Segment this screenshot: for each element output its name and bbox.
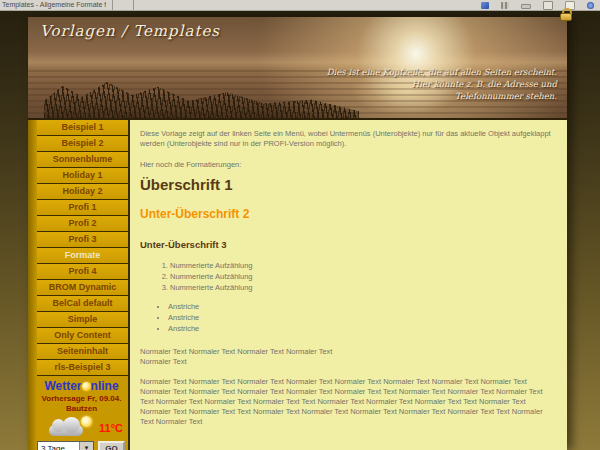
forecast-range-select[interactable]: 3 Tage ▼ [37,441,94,450]
list-item: Nummerierte Aufzählung [170,283,557,293]
lock-body [560,13,572,21]
site-header-image: Vorlagen / Templates Dies ist eine Kopfz… [28,17,567,118]
help-icon[interactable] [587,2,594,9]
sidebar-item-formate[interactable]: Formate [37,248,128,264]
list-item: Anstriche [168,324,557,334]
sidebar-item-profi-1[interactable]: Profi 1 [37,200,128,216]
tab-separator [133,0,134,10]
sidebar-item-brom-dynamic[interactable]: BROM Dynamic [37,280,128,296]
logo-text-prefix: Wetter [44,379,81,393]
cloud-icon [49,425,83,436]
formats-label: Hier noch die Formatierungen: [140,160,557,170]
weather-controls: 3 Tage ▼ GO [37,441,126,450]
sidebar-item-rls-beispiel-3[interactable]: rls-Beispiel 3 [37,360,128,376]
list-item: Nummerierte Aufzählung [170,272,557,282]
bullet-list: Anstriche Anstriche Anstriche [140,302,557,334]
sidebar-item-beispiel-2[interactable]: Beispiel 2 [37,136,128,152]
sidebar-item-simple[interactable]: Simple [37,312,128,328]
sidebar-item-only-content[interactable]: Only Content [37,328,128,344]
go-button[interactable]: GO [98,441,125,450]
weather-condition-row: 11°C [37,415,126,438]
forecast-date: Vorhersage Fr, 09.04. [37,394,126,403]
lock-icon [559,8,573,21]
normal-text-long: Normaler Text Normaler Text Normaler Tex… [140,377,557,427]
sidebar-item-beispiel-1[interactable]: Beispiel 1 [37,120,128,136]
sidebar-item-profi-3[interactable]: Profi 3 [37,232,128,248]
forecast-location: Bautzen [37,404,126,413]
sidebar-item-seiteninhalt[interactable]: Seiteninhalt [37,344,128,360]
sidebar-item-sonnenblume[interactable]: Sonnenblume [37,152,128,168]
heading-1: Überschrift 1 [140,180,557,190]
browser-tab-title[interactable]: Templates - Allgemeine Formate für Texte… [2,1,106,9]
normal-text-line: Normaler Text [140,357,187,366]
numbered-list: Nummerierte Aufzählung Nummerierte Aufzä… [140,261,557,293]
list-item: Anstriche [168,313,557,323]
sidebar-item-holiday-1[interactable]: Holiday 1 [37,168,128,184]
tab-separator [112,0,113,10]
sidebar-item-profi-4[interactable]: Profi 4 [37,264,128,280]
sidebar-menu: Beispiel 1 Beispiel 2 Sonnenblume Holida… [37,120,128,376]
minimize-icon[interactable] [521,4,531,9]
list-item: Nummerierte Aufzählung [170,261,557,271]
site-title: Vorlagen / Templates [40,22,220,40]
sidebar-item-profi-2[interactable]: Profi 2 [37,216,128,232]
browser-tab-bar: Templates - Allgemeine Formate für Texte… [0,0,600,11]
grid-icon[interactable] [501,2,509,9]
tagline-line: Dies ist eine Kopfzeile, die auf allen S… [327,66,557,78]
sidebar-item-holiday-2[interactable]: Holiday 2 [37,184,128,200]
header-tagline: Dies ist eine Kopfzeile, die auf allen S… [327,66,557,102]
intro-paragraph: Diese Vorlage zeigt auf der linken Seite… [140,129,557,149]
sun-icon [81,416,92,427]
temperature-value: 11°C [99,422,123,434]
tagline-line: Telefonnummer stehen. [327,90,557,102]
bookmark-icon[interactable] [481,2,489,9]
sidebar-item-belcal-default[interactable]: BelCal default [37,296,128,312]
site-body: Beispiel 1 Beispiel 2 Sonnenblume Holida… [28,118,567,450]
tagline-line: Hier könnte z. B. die Adresse und [327,78,557,90]
chevron-down-icon[interactable]: ▼ [79,442,93,450]
sidebar: Beispiel 1 Beispiel 2 Sonnenblume Holida… [28,120,130,450]
main-content: Diese Vorlage zeigt auf der linken Seite… [130,120,567,450]
browser-toolbar [481,1,594,10]
website-preview: Vorlagen / Templates Dies ist eine Kopfz… [28,17,567,450]
wetteronline-logo[interactable]: Wetternline [37,380,126,393]
heading-3: Unter-Überschrift 3 [140,240,557,250]
heading-2: Unter-Überschrift 2 [140,209,557,219]
normal-text-short: Normaler Text Normaler Text Normaler Tex… [140,347,557,367]
logo-text-suffix: nline [91,379,119,393]
forecast-range-value: 3 Tage [38,442,79,450]
normal-text-line: Normaler Text Normaler Text Normaler Tex… [140,347,332,356]
list-item: Anstriche [168,302,557,312]
sun-icon [82,382,91,391]
weather-widget: Wetternline Vorhersage Fr, 09.04. Bautze… [37,380,126,450]
window-icon[interactable] [543,1,553,10]
